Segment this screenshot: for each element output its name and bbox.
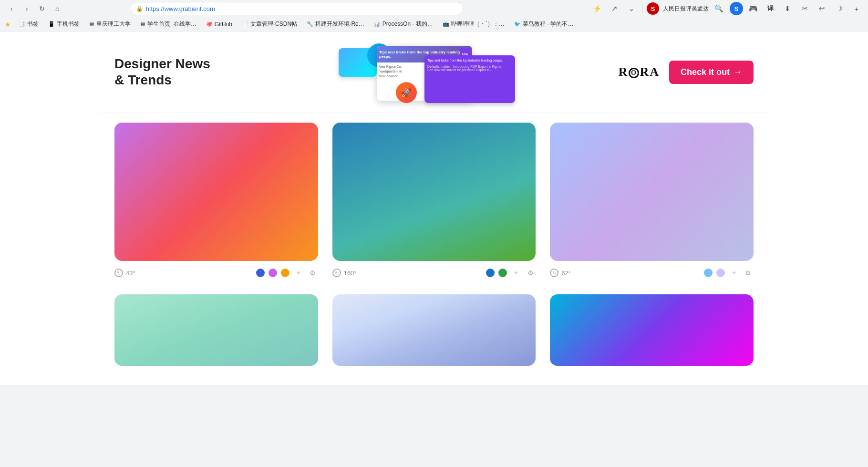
- illustration-area: ▲ Tips and tricks from the top industry …: [339, 46, 520, 103]
- rora-logo-container: RORA: [619, 65, 660, 79]
- gradient-card-wrapper-5: [332, 294, 536, 366]
- divider: [642, 4, 643, 13]
- settings-icon-3[interactable]: ⚙: [743, 268, 754, 278]
- search-icon[interactable]: 🔍: [713, 2, 726, 15]
- home-button[interactable]: ⌂: [51, 2, 64, 15]
- color-dot-1-1[interactable]: [269, 269, 277, 277]
- card-controls-right-3: ＋ ⚙: [704, 268, 754, 278]
- refresh-button[interactable]: ↻: [35, 2, 49, 15]
- mock-cards-illustration: ▲ Tips and tricks from the top industry …: [339, 41, 539, 103]
- profile-avatar[interactable]: S: [730, 2, 743, 15]
- bookmark-github[interactable]: 🐙 GitHub: [202, 20, 236, 29]
- back-button[interactable]: ‹: [5, 2, 18, 15]
- bookmarks-bar: ★ 📑 书签 📱 手机书签 🏛 重庆理工大学 🏛 学生首页_在线学… 🐙 Git…: [0, 17, 868, 31]
- color-dot-3-0[interactable]: [704, 269, 713, 277]
- bookmark-bilibili[interactable]: 📺 哔哩哔哩（・`）：…: [439, 19, 508, 29]
- bookmarks-star-icon: ★: [5, 21, 11, 28]
- bookmark-label-5: 文章管理-CSDN帖: [250, 20, 297, 28]
- darkmode-icon[interactable]: ☽: [833, 2, 846, 15]
- gradient-card-4[interactable]: [114, 294, 318, 366]
- banner-center: ▲ Tips and tricks from the top industry …: [267, 41, 610, 103]
- bookmark-label-2: 重庆理工大学: [96, 20, 131, 28]
- address-bar-container: 🔒 https://www.grabient.com: [130, 2, 464, 15]
- gradient-card-1[interactable]: [114, 123, 318, 261]
- nav-buttons: ‹ › ↻ ⌂: [5, 2, 64, 15]
- refresh-icon-1[interactable]: ↻: [114, 269, 123, 277]
- card-controls-right-1: ＋ ⚙: [256, 268, 318, 278]
- bookmark-bookmarks[interactable]: 📑 书签: [15, 19, 42, 29]
- banner-left: Designer News& Trends: [114, 56, 267, 88]
- gradient-card-wrapper-3: ↻ 62° ＋ ⚙: [550, 123, 754, 280]
- settings-icon-1[interactable]: ⚙: [308, 268, 318, 278]
- check-btn-arrow: →: [734, 67, 742, 77]
- banner-title: Designer News& Trends: [114, 56, 267, 88]
- url-text: https://www.grabient.com: [146, 5, 215, 12]
- bookmark-cqut[interactable]: 🏛 重庆理工大学: [85, 19, 134, 29]
- banner: Designer News& Trends ▲ Tips and tric: [100, 31, 768, 113]
- degree-text-2: 160°: [344, 270, 357, 277]
- address-bar[interactable]: 🔒 https://www.grabient.com: [130, 2, 464, 15]
- browser-window: ‹ › ↻ ⌂ 🔒 https://www.grabient.com ⚡ ↗ ⌄…: [0, 0, 868, 467]
- refresh-icon-2[interactable]: ↻: [332, 269, 341, 277]
- translate-icon[interactable]: 译: [764, 2, 777, 15]
- bookmark-icon-bookmarks: 📑: [19, 21, 25, 27]
- color-dot-1-2[interactable]: [281, 269, 289, 277]
- bookmark-icon-bilibili: 📺: [443, 21, 449, 27]
- undo-icon[interactable]: ↩: [816, 2, 829, 15]
- settings-icon-2[interactable]: ⚙: [525, 268, 536, 278]
- bookmark-label-4: GitHub: [215, 21, 232, 28]
- card-controls-1: ↻ 43° ＋ ⚙: [114, 266, 318, 280]
- bookmark-student[interactable]: 🏛 学生首页_在线学…: [136, 19, 200, 29]
- color-dot-2-0[interactable]: [486, 269, 495, 277]
- scissors-icon[interactable]: ✂: [798, 2, 812, 15]
- bookmark-icon-github: 🐙: [206, 21, 213, 27]
- check-btn-label: Check it out: [681, 67, 730, 77]
- bookmark-icon-processon: 📊: [374, 21, 381, 27]
- refresh-icon-3[interactable]: ↻: [550, 269, 558, 277]
- gradient-card-3[interactable]: [550, 123, 754, 261]
- bookmark-label-9: 菜鸟教程 - 学的不…: [523, 20, 574, 28]
- gradient-card-2[interactable]: [332, 123, 536, 261]
- bookmark-label-3: 学生首页_在线学…: [147, 20, 196, 28]
- bookmark-label-6: 搭建开发环境·Re…: [315, 20, 364, 28]
- bookmark-icon-runoob: 🐦: [514, 21, 521, 27]
- banner-right: RORA Check it out →: [610, 61, 754, 84]
- lightning-icon[interactable]: ⚡: [591, 2, 604, 15]
- check-it-out-button[interactable]: Check it out →: [669, 61, 754, 84]
- share-icon[interactable]: ↗: [608, 2, 621, 15]
- bookmark-label-8: 哔哩哔哩（・`）：…: [451, 20, 505, 28]
- s-extension-icon[interactable]: S: [647, 2, 659, 15]
- add-icon-3[interactable]: ＋: [729, 268, 739, 278]
- bookmark-runoob[interactable]: 🐦 菜鸟教程 - 学的不…: [510, 19, 578, 29]
- dropdown-icon[interactable]: ⌄: [625, 2, 639, 15]
- menu-plus-icon[interactable]: +: [850, 2, 863, 15]
- color-dot-2-1[interactable]: [498, 269, 507, 277]
- browser-titlebar: ‹ › ↻ ⌂ 🔒 https://www.grabient.com ⚡ ↗ ⌄…: [0, 0, 868, 17]
- overlay-card: Tips and tricks from the top industry le…: [424, 55, 515, 103]
- gradient-card-5[interactable]: [332, 294, 536, 366]
- color-dot-3-1[interactable]: [716, 269, 725, 277]
- bookmark-label-7: ProcessOn - 我的…: [382, 20, 433, 28]
- overlay-text: Tips and tricks from the top industry le…: [427, 58, 512, 63]
- card-controls-left-2: ↻ 160°: [332, 269, 357, 277]
- gamepad-icon[interactable]: 🎮: [747, 2, 760, 15]
- add-icon-1[interactable]: ＋: [293, 268, 304, 278]
- gradient-card-6[interactable]: [550, 294, 754, 366]
- card-controls-left-1: ↻ 43°: [114, 269, 135, 277]
- daily-text: 人民日报评吴孟达: [663, 5, 709, 13]
- gradient-card-wrapper-2: ↻ 160° ＋ ⚙: [332, 123, 536, 280]
- gradient-card-wrapper-1: ↻ 43° ＋ ⚙: [114, 123, 318, 280]
- add-icon-2[interactable]: ＋: [511, 268, 521, 278]
- color-dot-1-0[interactable]: [256, 269, 265, 277]
- bookmark-csdn[interactable]: 📄 文章管理-CSDN帖: [238, 19, 301, 29]
- bookmark-dev[interactable]: 🔧 搭建开发环境·Re…: [303, 19, 368, 29]
- rora-logo: RORA: [619, 65, 660, 79]
- card-controls-right-2: ＋ ⚙: [486, 268, 536, 278]
- card-controls-3: ↻ 62° ＋ ⚙: [550, 266, 754, 280]
- overlay-sub: Defaults matter - Introducing PDF Export…: [427, 65, 512, 72]
- bookmark-mobile[interactable]: 📱 手机书签: [44, 19, 83, 29]
- download-icon[interactable]: ⬇: [781, 2, 795, 15]
- bookmark-icon-csdn: 📄: [242, 21, 248, 27]
- bookmark-processon[interactable]: 📊 ProcessOn - 我的…: [370, 19, 437, 29]
- forward-button[interactable]: ›: [20, 2, 33, 15]
